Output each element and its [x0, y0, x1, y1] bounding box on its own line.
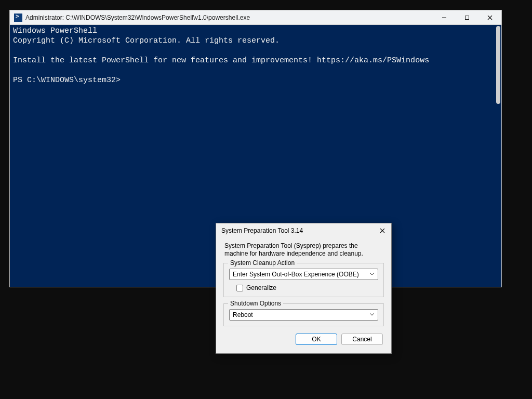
minimize-button[interactable]: [433, 10, 456, 25]
shutdown-legend: Shutdown Options: [228, 300, 283, 307]
sysprep-dialog: System Preparation Tool 3.14 System Prep…: [216, 223, 392, 354]
sysprep-titlebar[interactable]: System Preparation Tool 3.14: [216, 223, 391, 238]
maximize-button[interactable]: [456, 10, 478, 25]
terminal-line: Windows PowerShell: [13, 26, 97, 35]
scrollbar-thumb[interactable]: [496, 26, 500, 104]
terminal-prompt: PS C:\WINDOWS\system32>: [13, 76, 121, 85]
minimize-icon: [442, 15, 447, 20]
terminal-line: Install the latest PowerShell for new fe…: [13, 56, 429, 65]
ok-button[interactable]: OK: [296, 334, 337, 345]
dialog-button-row: OK Cancel: [223, 334, 384, 347]
close-icon: [380, 228, 385, 233]
powershell-icon: [14, 14, 22, 22]
cancel-button-label: Cancel: [352, 336, 371, 343]
generalize-row[interactable]: Generalize: [236, 284, 378, 291]
cleanup-selected-value: Enter System Out-of-Box Experience (OOBE…: [233, 271, 359, 278]
terminal-line: Copyright (C) Microsoft Corporation. All…: [13, 36, 280, 45]
shutdown-fieldset: Shutdown Options Reboot: [223, 303, 384, 326]
powershell-titlebar[interactable]: Administrator: C:\WINDOWS\System32\Windo…: [10, 10, 501, 25]
ok-button-label: OK: [312, 336, 321, 343]
shutdown-options-select[interactable]: Reboot: [229, 309, 378, 321]
generalize-label: Generalize: [246, 284, 276, 291]
dialog-close-button[interactable]: [374, 223, 391, 238]
maximize-icon: [464, 15, 470, 20]
chevron-down-icon: [369, 271, 375, 278]
cleanup-fieldset: System Cleanup Action Enter System Out-o…: [223, 263, 384, 297]
close-icon: [487, 15, 493, 20]
svg-rect-1: [466, 16, 469, 19]
shutdown-selected-value: Reboot: [233, 311, 253, 318]
chevron-down-icon: [369, 311, 375, 318]
sysprep-title: System Preparation Tool 3.14: [221, 227, 374, 234]
sysprep-description: System Preparation Tool (Sysprep) prepar…: [223, 242, 384, 258]
sysprep-body: System Preparation Tool (Sysprep) prepar…: [216, 238, 391, 353]
generalize-checkbox[interactable]: [236, 285, 243, 291]
cleanup-action-select[interactable]: Enter System Out-of-Box Experience (OOBE…: [229, 269, 378, 280]
cleanup-legend: System Cleanup Action: [228, 259, 297, 267]
powershell-title: Administrator: C:\WINDOWS\System32\Windo…: [25, 14, 250, 21]
cancel-button[interactable]: Cancel: [341, 334, 383, 345]
close-button[interactable]: [478, 10, 501, 25]
